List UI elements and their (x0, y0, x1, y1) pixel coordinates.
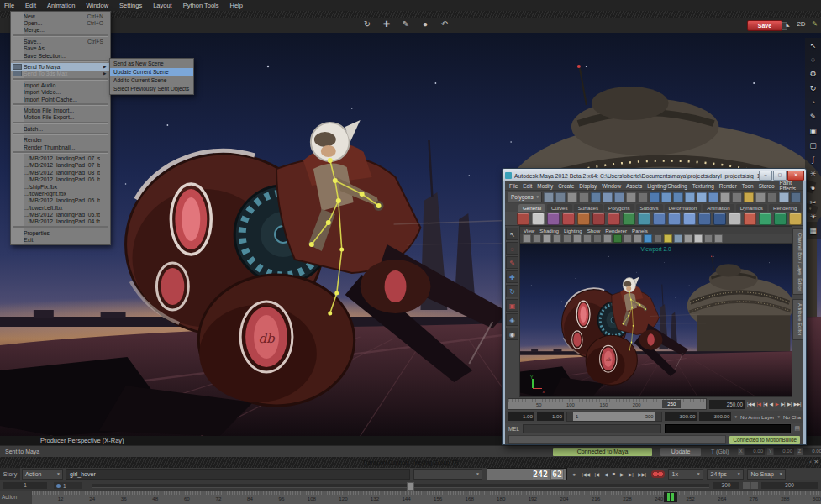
right-toolbar-icon[interactable]: ∫ (808, 154, 819, 165)
close-pane-icon[interactable]: ✕ (814, 459, 818, 465)
playback-button[interactable]: ▶| (781, 402, 785, 407)
maya-panel-toolbar-icon[interactable] (694, 234, 703, 243)
start-frame-field[interactable]: 1 (3, 482, 47, 489)
maya-panel-toolbar-icon[interactable] (644, 234, 652, 243)
maya-panel-menu-item[interactable]: Lighting (564, 228, 582, 234)
transport-button[interactable]: ▶| (629, 471, 633, 477)
maya-status-icon[interactable] (650, 192, 660, 202)
maya-status-icon[interactable] (579, 192, 589, 202)
maya-toolbox-icon[interactable]: ✚ (506, 270, 518, 283)
character-dropdown[interactable]: No Cha (783, 414, 801, 420)
maya-shelf-icon[interactable] (729, 213, 741, 225)
chevron-down-icon[interactable]: ▼ (734, 415, 737, 419)
minimize-button[interactable]: – (759, 171, 772, 181)
maya-shelf-icon[interactable] (698, 213, 711, 225)
maya-panel-menu-item[interactable]: View (524, 228, 534, 234)
coordinate-field[interactable]: Z0.00 (797, 448, 821, 455)
right-toolbar-icon[interactable]: ● (808, 182, 819, 194)
zoom-spin-buttons[interactable] (743, 482, 758, 489)
file-menu-item[interactable]: ▶ (13, 151, 108, 154)
menubar-item[interactable]: Help (230, 2, 243, 9)
maya-shelf-tab[interactable]: Dynamics (736, 204, 767, 212)
update-button[interactable]: Update (660, 448, 701, 456)
file-menu-item[interactable]: ▶ (13, 60, 108, 62)
file-menu-item[interactable]: ▶ (13, 103, 108, 106)
file-menu-item[interactable]: ▶ (13, 34, 108, 37)
file-menu-item[interactable]: Send To 3ds Max ▶ (11, 71, 110, 77)
maya-panel-toolbar-icon[interactable] (704, 234, 713, 243)
maya-menu-item[interactable]: Edit (523, 183, 532, 189)
submenu-item[interactable]: Select Previously Sent Objects (110, 85, 193, 93)
maya-shelf-icon[interactable] (562, 213, 575, 225)
coordinate-field[interactable]: Y0.00 (767, 448, 794, 455)
maximize-button[interactable]: ◻ (773, 171, 787, 181)
file-menu-item[interactable]: Import Point Cache... ▶ (11, 96, 110, 102)
maya-status-icon[interactable] (697, 192, 707, 202)
file-menu-item[interactable]: .../MBr2012_landingPad_07_big.fbx ▶ (11, 162, 110, 169)
maya-panel-toolbar-icon[interactable] (563, 234, 571, 243)
record-button[interactable]: ● (572, 471, 576, 477)
maya-menu-item[interactable]: Render (719, 183, 737, 189)
file-menu-item[interactable]: Merge... ▶ (11, 27, 110, 34)
maya-panel-toolbar-icon[interactable] (714, 234, 723, 243)
menubar-item[interactable]: Layout (153, 2, 172, 9)
transport-button[interactable]: |◀ (595, 471, 599, 477)
maya-menu-item[interactable]: Stereo (759, 183, 775, 189)
right-toolbar-icon[interactable]: ↖ (808, 39, 819, 51)
file-menu-item[interactable]: .../MBr2012_landingPad_08_big.fbx ▶ (11, 169, 110, 176)
maya-panel-toolbar-icon[interactable] (573, 234, 582, 243)
menubar-item[interactable]: Animation (47, 2, 75, 9)
maya-shelf-icon[interactable] (683, 213, 696, 225)
play-end-field[interactable]: 300.00 (665, 412, 697, 421)
playback-button[interactable]: ▶▶| (794, 402, 801, 407)
maya-shelf-icon[interactable] (653, 213, 666, 225)
file-menu-item[interactable]: .../shipFix.fbx ▶ (11, 183, 110, 190)
file-menu-item[interactable]: Render Thumbnail... ▶ (11, 144, 110, 150)
maya-status-icon[interactable] (685, 192, 695, 202)
mel-label[interactable]: MEL (508, 426, 519, 432)
file-menu-item[interactable]: .../towerLeft.fbx ▶ (11, 204, 110, 211)
maya-shelf-tab[interactable]: Rendering (769, 204, 802, 212)
maya-shelf-icon[interactable] (789, 213, 802, 225)
right-toolbar-icon[interactable]: ↻ (808, 82, 819, 94)
maya-panel-toolbar-icon[interactable] (613, 234, 622, 243)
playback-button[interactable]: |◀ (756, 402, 760, 407)
maya-shelf-icon[interactable] (577, 213, 590, 225)
maya-panel-menu-item[interactable]: Shading (539, 228, 559, 234)
playback-button[interactable]: ▶| (787, 402, 792, 407)
right-toolbar-icon[interactable]: ✂ (808, 197, 819, 208)
menubar-item[interactable]: Settings (119, 2, 142, 9)
maya-toolbox-icon[interactable]: ✎ (506, 256, 518, 269)
current-frame-marker[interactable] (664, 492, 677, 502)
maya-status-icon[interactable] (755, 192, 766, 202)
maya-panel-menu-item[interactable]: Show (587, 228, 600, 234)
maya-status-icon[interactable] (603, 192, 613, 202)
mel-input[interactable] (523, 424, 661, 433)
maya-shelf-tab[interactable]: Curves (547, 204, 572, 212)
range-slider-bar[interactable]: 1 300 (573, 412, 655, 421)
maya-panel-menu-item[interactable]: Panels (632, 228, 648, 234)
snap-dropdown[interactable]: No Snap▼ (747, 469, 786, 480)
maya-status-icon[interactable] (791, 192, 801, 202)
chevron-down-icon[interactable]: ▼ (777, 415, 781, 419)
file-menu-item[interactable]: .../MBr2012_landingPad_04.fbx ▶ (11, 218, 110, 225)
submenu-item[interactable]: Send as New Scene (110, 60, 193, 68)
file-menu-item[interactable]: Send To Maya ▶ (11, 63, 110, 70)
maya-status-icon[interactable] (708, 192, 718, 202)
current-time-field[interactable]: 250.00 (709, 400, 745, 409)
maya-menu-item[interactable]: Create (558, 183, 574, 189)
keying-tool-icon[interactable] (651, 470, 665, 478)
coordinate-field[interactable]: X0.00 (738, 448, 765, 455)
maya-menu-item[interactable]: Lighting/Shading (647, 183, 687, 189)
file-menu-item[interactable]: Open... Ctrl+O ▶ (11, 19, 110, 26)
maya-shelf-tab[interactable]: Deformation (665, 204, 702, 212)
transport-button[interactable]: ■ (613, 471, 615, 477)
maya-status-icon[interactable] (720, 192, 730, 202)
maya-shelf-tab[interactable]: Animation (703, 204, 734, 212)
zoom-end-field-1[interactable]: 300 (713, 482, 739, 489)
viewer-tool-icon[interactable]: ✚ (381, 18, 392, 30)
maya-shelf-icon[interactable] (608, 213, 620, 225)
playback-button[interactable]: |◀ (763, 402, 767, 407)
maya-panel-toolbar-icon[interactable] (664, 234, 672, 243)
maya-panel-toolbar-icon[interactable] (553, 234, 561, 243)
